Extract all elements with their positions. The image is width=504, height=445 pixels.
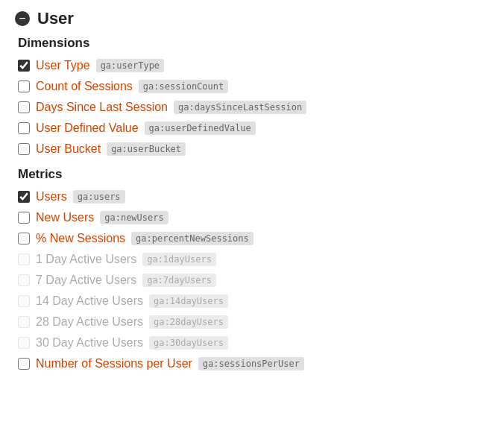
item-tag-percentNewSessions: ga:percentNewSessions (131, 232, 253, 245)
list-item: User Bucketga:userBucket (15, 139, 489, 160)
item-label-7dayUsers: 7 Day Active Users (36, 274, 136, 287)
metrics-title: Metrics (15, 167, 489, 182)
checkbox-daysSinceLastSession[interactable] (18, 101, 30, 113)
list-item: New Usersga:newUsers (15, 207, 489, 228)
item-tag-users: ga:users (73, 190, 125, 203)
checkbox-newUsers[interactable] (18, 212, 30, 224)
item-tag-userDefinedValue: ga:userDefinedValue (145, 121, 256, 135)
item-label-1dayUsers: 1 Day Active Users (36, 253, 136, 266)
section-header: − User (15, 9, 489, 28)
item-tag-userType: ga:userType (96, 59, 164, 72)
dimensions-list: User Typega:userTypeCount of Sessionsga:… (15, 55, 489, 160)
item-tag-30dayUsers: ga:30dayUsers (149, 336, 228, 350)
item-label-percentNewSessions: % New Sessions (36, 232, 125, 245)
item-tag-1dayUsers: ga:1dayUsers (142, 253, 216, 266)
metrics-section: Metrics Usersga:usersNew Usersga:newUser… (15, 167, 489, 374)
checkbox-sessionsPerUser[interactable] (18, 358, 30, 370)
list-item: User Typega:userType (15, 55, 489, 76)
item-tag-sessionCount: ga:sessionCount (139, 80, 228, 93)
item-label-28dayUsers: 28 Day Active Users (36, 315, 143, 329)
item-tag-sessionsPerUser: ga:sessionsPerUser (198, 357, 304, 370)
list-item: User Defined Valuega:userDefinedValue (15, 118, 489, 139)
item-label-userDefinedValue: User Defined Value (36, 121, 139, 135)
list-item: 1 Day Active Usersga:1dayUsers (15, 249, 489, 270)
list-item: Days Since Last Sessionga:daysSinceLastS… (15, 97, 489, 118)
list-item: Count of Sessionsga:sessionCount (15, 76, 489, 97)
dimensions-title: Dimensions (15, 36, 489, 51)
list-item: 28 Day Active Usersga:28dayUsers (15, 312, 489, 332)
list-item: 14 Day Active Usersga:14dayUsers (15, 291, 489, 312)
checkbox-28dayUsers[interactable] (18, 316, 30, 328)
list-item: Number of Sessions per Userga:sessionsPe… (15, 353, 489, 374)
item-label-newUsers: New Users (36, 211, 94, 224)
checkbox-sessionCount[interactable] (18, 81, 30, 92)
list-item: % New Sessionsga:percentNewSessions (15, 228, 489, 249)
item-label-userType: User Type (36, 59, 90, 72)
collapse-icon[interactable]: − (15, 11, 30, 26)
item-label-14dayUsers: 14 Day Active Users (36, 294, 143, 308)
item-tag-newUsers: ga:newUsers (100, 211, 168, 224)
item-tag-daysSinceLastSession: ga:daysSinceLastSession (174, 101, 306, 114)
checkbox-userBucket[interactable] (18, 143, 30, 155)
checkbox-1dayUsers[interactable] (18, 253, 30, 265)
checkbox-14dayUsers[interactable] (18, 295, 30, 307)
dimensions-section: Dimensions User Typega:userTypeCount of … (15, 36, 489, 160)
item-tag-28dayUsers: ga:28dayUsers (149, 315, 228, 329)
item-label-daysSinceLastSession: Days Since Last Session (36, 101, 168, 114)
list-item: 30 Day Active Usersga:30dayUsers (15, 332, 489, 353)
checkbox-userDefinedValue[interactable] (18, 122, 30, 134)
checkbox-users[interactable] (18, 191, 30, 203)
section-title: User (37, 9, 74, 28)
item-label-users: Users (36, 190, 67, 203)
checkbox-30dayUsers[interactable] (18, 337, 30, 349)
item-label-30dayUsers: 30 Day Active Users (36, 336, 143, 350)
list-item: 7 Day Active Usersga:7dayUsers (15, 270, 489, 291)
checkbox-percentNewSessions[interactable] (18, 233, 30, 244)
item-tag-userBucket: ga:userBucket (107, 142, 186, 156)
checkbox-userType[interactable] (18, 60, 30, 72)
item-tag-7dayUsers: ga:7dayUsers (142, 274, 216, 287)
metrics-list: Usersga:usersNew Usersga:newUsers% New S… (15, 186, 489, 374)
item-label-sessionsPerUser: Number of Sessions per User (36, 357, 192, 370)
item-label-sessionCount: Count of Sessions (36, 80, 133, 93)
item-tag-14dayUsers: ga:14dayUsers (149, 294, 228, 308)
checkbox-7dayUsers[interactable] (18, 274, 30, 286)
item-label-userBucket: User Bucket (36, 142, 101, 156)
list-item: Usersga:users (15, 186, 489, 207)
